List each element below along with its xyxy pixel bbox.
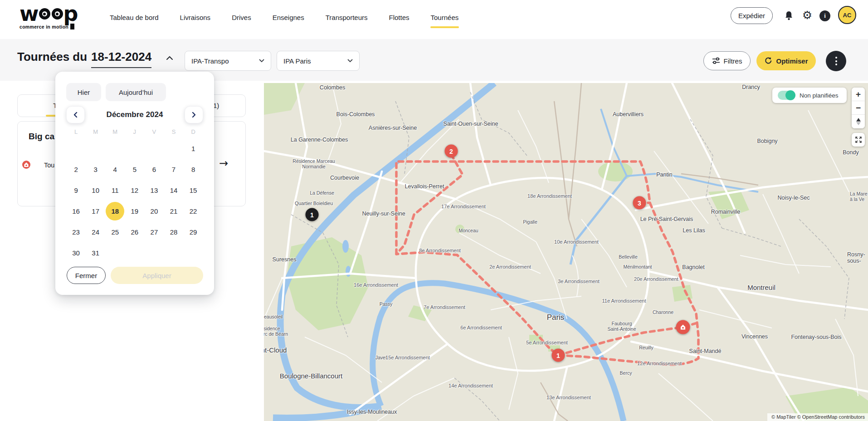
refresh-icon	[764, 57, 772, 65]
calendar-day[interactable]: 16	[66, 201, 86, 221]
unplanned-toggle-label: Non planifiées	[800, 92, 839, 99]
map-marker-stop-1[interactable]: 1	[552, 349, 565, 362]
chevron-right-icon	[192, 112, 196, 118]
calendar-day-header: M	[105, 126, 125, 137]
calendar-day[interactable]: 21	[164, 201, 183, 221]
nav-item-flottes[interactable]: Flottes	[389, 14, 410, 21]
calendar-day[interactable]: 12	[125, 180, 144, 201]
yesterday-button[interactable]: Hier	[66, 83, 101, 101]
fullscreen-icon	[855, 136, 862, 143]
tour-card-stop-fragment: Tou	[44, 162, 54, 169]
today-button[interactable]: Aujourd’hui	[106, 83, 166, 101]
calendar-day[interactable]: 1	[184, 138, 203, 159]
avatar[interactable]: AC	[838, 6, 856, 24]
calendar-day[interactable]: 6	[144, 159, 164, 180]
kebab-menu-button[interactable]	[826, 51, 846, 71]
calendar-day[interactable]: 13	[144, 180, 164, 201]
fullscreen-button[interactable]	[852, 133, 865, 147]
calendar-day[interactable]: 19	[125, 201, 144, 221]
calendar-day-headers: LMMJVSD	[66, 126, 203, 137]
unplanned-toggle[interactable]: Non planifiées	[772, 88, 847, 103]
site-select[interactable]: IPA Paris	[277, 51, 360, 71]
calendar-day[interactable]: 2	[66, 159, 86, 180]
calendar-day[interactable]: 20	[144, 201, 164, 221]
calendar-day[interactable]: 25	[105, 221, 125, 242]
carrier-select-value: IPA-Transpo	[191, 57, 229, 65]
calendar-day[interactable]: 22	[184, 201, 203, 221]
optimize-button[interactable]: Optimiser	[756, 51, 816, 70]
store-marker-icon	[679, 323, 688, 332]
calendar-day	[105, 138, 125, 159]
compass-button[interactable]	[852, 115, 865, 128]
calendar-day-header: V	[144, 126, 164, 137]
top-bar: w p commerce in motion Tableau de bordLi…	[0, 0, 868, 39]
calendar-day[interactable]: 24	[86, 221, 105, 242]
calendar-day[interactable]: 10	[86, 180, 105, 201]
ship-button[interactable]: Expédier	[731, 7, 773, 24]
kebab-icon	[835, 57, 837, 59]
bell-icon[interactable]	[783, 10, 794, 21]
calendar-day-header: S	[164, 126, 183, 137]
toggle-switch-on[interactable]	[778, 91, 795, 100]
date-value[interactable]: 18-12-2024	[91, 50, 151, 68]
close-button[interactable]: Fermer	[67, 267, 106, 284]
map-marker-store[interactable]	[676, 320, 690, 334]
chevron-down-icon	[347, 59, 353, 63]
calendar-day[interactable]: 9	[66, 180, 86, 201]
nav-item-transporteurs[interactable]: Transporteurs	[326, 14, 368, 21]
nav-item-livraisons[interactable]: Livraisons	[180, 14, 211, 21]
calendar-day-selected[interactable]: 18	[106, 202, 124, 220]
logo-o-ring-icon	[52, 8, 63, 20]
map-marker-stop-1[interactable]: 1	[306, 208, 319, 221]
calendar-day[interactable]: 29	[184, 221, 203, 242]
calendar-day[interactable]: 17	[86, 201, 105, 221]
logo-letter-w: w	[20, 5, 38, 23]
chevron-up-icon[interactable]	[166, 54, 173, 62]
calendar-day-header: M	[86, 126, 105, 137]
calendar-day[interactable]: 14	[164, 180, 183, 201]
calendar-day[interactable]: 8	[184, 159, 203, 180]
calendar-day[interactable]: 26	[125, 221, 144, 242]
page-title-prefix: Tournées du	[17, 50, 87, 64]
calendar-day[interactable]: 27	[144, 221, 164, 242]
calendar-day	[66, 138, 86, 159]
nav-item-enseignes[interactable]: Enseignes	[273, 14, 304, 21]
info-icon[interactable]: i	[819, 10, 830, 21]
calendar-day[interactable]: 3	[86, 159, 105, 180]
carrier-select[interactable]: IPA-Transpo	[185, 51, 271, 71]
calendar-day	[86, 138, 105, 159]
route-path	[396, 154, 698, 365]
calendar-day	[144, 138, 164, 159]
calendar-day[interactable]: 4	[105, 159, 125, 180]
filters-label: Filtres	[724, 57, 742, 65]
next-month-button[interactable]	[185, 106, 203, 123]
calendar-day[interactable]: 30	[66, 242, 86, 263]
apply-button-disabled[interactable]: Appliquer	[111, 267, 203, 284]
calendar-day	[184, 242, 203, 263]
calendar-day[interactable]: 7	[164, 159, 183, 180]
calendar-day	[144, 242, 164, 263]
map-marker-stop-3[interactable]: 3	[633, 196, 646, 210]
calendar-day[interactable]: 23	[66, 221, 86, 242]
arrow-right-icon[interactable]: →	[219, 157, 228, 170]
zoom-in-button[interactable]: +	[852, 88, 865, 101]
gear-icon[interactable]: ⚙	[801, 9, 814, 21]
filters-button[interactable]: Filtres	[703, 51, 751, 70]
nav-item-tableau-de-bord[interactable]: Tableau de bord	[110, 14, 159, 21]
calendar-day[interactable]: 28	[164, 221, 183, 242]
calendar-day[interactable]: 15	[184, 180, 203, 201]
calendar-day-header: D	[184, 126, 203, 137]
calendar-day[interactable]: 31	[86, 242, 105, 263]
zoom-out-button[interactable]: −	[852, 101, 865, 115]
chevron-down-icon	[259, 59, 264, 63]
map-marker-stop-2[interactable]: 2	[445, 145, 458, 158]
logo-o-ring-icon	[39, 8, 50, 20]
map[interactable]: ColombesDrancyBois-ColombesAsnières-sur-…	[264, 83, 868, 421]
nav-item-drives[interactable]: Drives	[232, 14, 251, 21]
calendar-day[interactable]: 5	[125, 159, 144, 180]
compass-icon	[855, 117, 862, 126]
nav-item-tournées[interactable]: Tournées	[431, 14, 459, 21]
woop-logo[interactable]: w p commerce in motion	[20, 5, 88, 29]
store-icon	[22, 161, 30, 171]
calendar-day[interactable]: 11	[105, 180, 125, 201]
